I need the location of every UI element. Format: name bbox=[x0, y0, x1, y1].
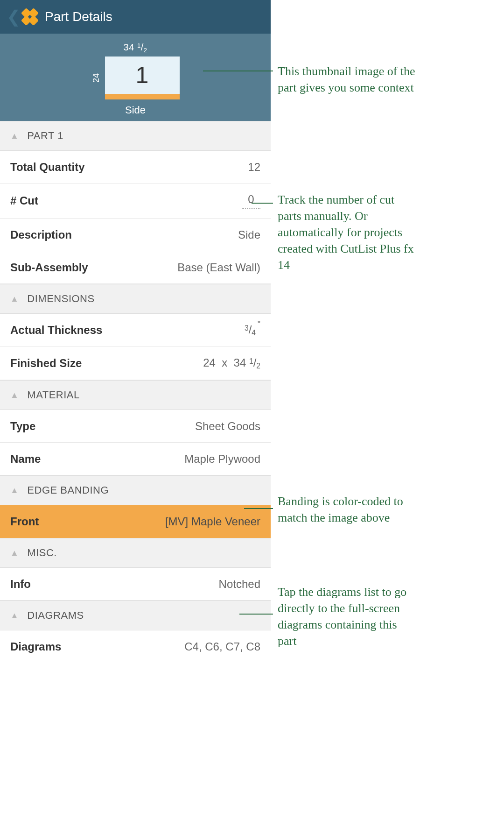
section-header-material[interactable]: ▲ MATERIAL bbox=[0, 380, 271, 410]
row-material-name: Name Maple Plywood bbox=[0, 443, 271, 475]
chevron-up-icon: ▲ bbox=[10, 611, 19, 621]
part-thumbnail[interactable]: 1 bbox=[105, 57, 180, 99]
row-actual-thickness: Actual Thickness 3/4" bbox=[0, 314, 271, 347]
row-info: Info Notched bbox=[0, 568, 271, 601]
label-total-quantity: Total Quantity bbox=[10, 161, 85, 174]
value-edge-banding-front: [MV] Maple Veneer bbox=[165, 515, 260, 528]
annotation-diagrams: Tap the diagrams list to go directly to … bbox=[278, 584, 418, 649]
row-cut-count[interactable]: # Cut 0 bbox=[0, 184, 271, 219]
header-bar: ❮ Part Details bbox=[0, 0, 271, 34]
thumbnail-width-dim: 34 1/2 bbox=[124, 42, 147, 54]
chevron-up-icon: ▲ bbox=[10, 486, 19, 495]
label-edge-banding-front: Front bbox=[10, 515, 39, 528]
row-diagrams[interactable]: Diagrams C4, C6, C7, C8 bbox=[0, 630, 271, 663]
app-logo-icon bbox=[18, 5, 42, 29]
label-actual-thickness: Actual Thickness bbox=[10, 324, 102, 337]
chevron-up-icon: ▲ bbox=[10, 294, 19, 304]
section-header-edge-banding[interactable]: ▲ EDGE BANDING bbox=[0, 475, 271, 505]
row-description: Description Side bbox=[0, 219, 271, 251]
value-material-type: Sheet Goods bbox=[195, 420, 260, 433]
value-material-name: Maple Plywood bbox=[184, 452, 260, 466]
part-details-panel: ❮ Part Details 34 1/2 24 1 Side ▲ PART 1… bbox=[0, 0, 271, 663]
row-sub-assembly: Sub-Assembly Base (East Wall) bbox=[0, 251, 271, 284]
section-header-dimensions[interactable]: ▲ DIMENSIONS bbox=[0, 284, 271, 314]
row-material-type: Type Sheet Goods bbox=[0, 410, 271, 443]
value-info: Notched bbox=[219, 578, 260, 591]
thumbnail-part-number: 1 bbox=[136, 62, 149, 89]
section-header-part[interactable]: ▲ PART 1 bbox=[0, 121, 271, 151]
label-description: Description bbox=[10, 228, 72, 241]
chevron-up-icon: ▲ bbox=[10, 131, 19, 141]
label-diagrams: Diagrams bbox=[10, 640, 61, 653]
value-diagrams: C4, C6, C7, C8 bbox=[184, 640, 260, 653]
value-cut-count[interactable]: 0 bbox=[242, 193, 260, 209]
row-finished-size: Finished Size 24 x 34 1/2 bbox=[0, 347, 271, 380]
section-title: MISC. bbox=[27, 547, 57, 559]
label-cut-count: # Cut bbox=[10, 194, 38, 207]
thumbnail-label: Side bbox=[125, 104, 146, 116]
section-header-misc[interactable]: ▲ MISC. bbox=[0, 538, 271, 568]
annotation-thumbnail: This thumbnail image of the part gives y… bbox=[278, 63, 418, 96]
value-actual-thickness: 3/4" bbox=[245, 323, 260, 337]
thumbnail-height-dim: 24 bbox=[91, 73, 101, 83]
value-finished-size: 24 x 34 1/2 bbox=[203, 356, 260, 370]
label-sub-assembly: Sub-Assembly bbox=[10, 261, 88, 274]
value-description: Side bbox=[238, 228, 260, 241]
part-thumbnail-panel: 34 1/2 24 1 Side bbox=[0, 34, 271, 121]
label-info: Info bbox=[10, 578, 31, 591]
annotation-cut-tracking: Track the number of cut parts manually. … bbox=[278, 191, 418, 273]
section-title: EDGE BANDING bbox=[27, 484, 109, 496]
section-title: PART 1 bbox=[27, 130, 63, 142]
chevron-up-icon: ▲ bbox=[10, 390, 19, 400]
label-finished-size: Finished Size bbox=[10, 357, 82, 370]
page-title: Part Details bbox=[45, 9, 112, 24]
section-title: DIMENSIONS bbox=[27, 293, 94, 305]
row-edge-banding-front[interactable]: Front [MV] Maple Veneer bbox=[0, 505, 271, 538]
value-total-quantity: 12 bbox=[248, 161, 260, 174]
section-title: DIAGRAMS bbox=[27, 609, 84, 622]
chevron-up-icon: ▲ bbox=[10, 548, 19, 558]
section-header-diagrams[interactable]: ▲ DIAGRAMS bbox=[0, 601, 271, 630]
label-material-type: Type bbox=[10, 420, 35, 433]
section-title: MATERIAL bbox=[27, 389, 79, 401]
row-total-quantity: Total Quantity 12 bbox=[0, 151, 271, 184]
label-material-name: Name bbox=[10, 452, 41, 466]
value-sub-assembly: Base (East Wall) bbox=[177, 261, 260, 274]
annotation-banding: Banding is color-coded to match the imag… bbox=[278, 493, 418, 526]
